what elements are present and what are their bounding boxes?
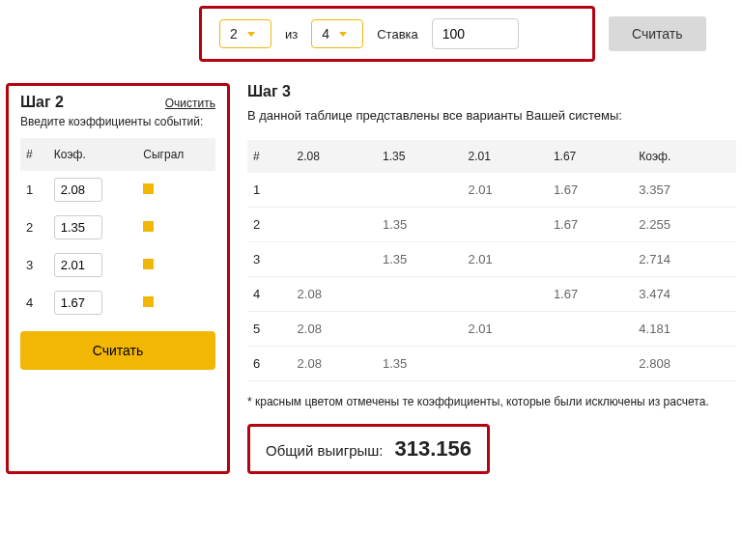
total-value: 4: [322, 26, 329, 42]
step3-subtitle: В данной таблице представлены все вариан…: [247, 108, 736, 123]
step2-panel: Шаг 2 Очистить Введите коэффициенты собы…: [6, 83, 230, 474]
row-num: 4: [20, 284, 48, 322]
col-c4: 1.67: [548, 140, 633, 173]
system-config-box: 2 из 4 Ставка: [199, 6, 595, 62]
col-c3: 2.01: [462, 140, 547, 173]
coef-input[interactable]: [54, 291, 102, 315]
coef-input[interactable]: [54, 253, 102, 277]
col-c2: 1.35: [377, 140, 462, 173]
step2-subtitle: Введите коэффициенты событий:: [20, 115, 215, 128]
of-label: из: [285, 27, 298, 42]
coef-input[interactable]: [54, 178, 102, 202]
stake-input[interactable]: [432, 18, 519, 49]
step3-title: Шаг 3: [247, 83, 736, 100]
total-value: 313.156: [394, 436, 471, 462]
table-row: 5 2.08 2.01 4.181: [247, 312, 736, 347]
total-label: Общий выигрыш:: [266, 442, 383, 459]
col-played: Сыграл: [137, 138, 215, 171]
col-coef: Коэф.: [633, 140, 736, 173]
pick-value: 2: [230, 26, 238, 42]
clear-link[interactable]: Очистить: [165, 97, 215, 110]
row-num: 3: [20, 246, 48, 284]
col-c1: 2.08: [292, 140, 377, 173]
played-checkbox[interactable]: [143, 183, 154, 194]
played-checkbox[interactable]: [143, 221, 154, 232]
played-checkbox[interactable]: [143, 296, 154, 307]
chevron-down-icon: [247, 32, 255, 37]
total-winnings-box: Общий выигрыш: 313.156: [247, 424, 490, 474]
step2-title: Шаг 2: [20, 94, 64, 111]
coef-table: # Коэф. Сыграл 1 2 3: [20, 138, 215, 322]
coef-row: 2: [20, 209, 215, 246]
row-num: 2: [20, 209, 48, 246]
table-row: 4 2.08 1.67 3.474: [247, 277, 736, 312]
calculate-button[interactable]: Считать: [20, 331, 215, 370]
row-num: 1: [20, 171, 48, 209]
table-row: 6 2.08 1.35 2.808: [247, 347, 736, 381]
col-num: #: [20, 138, 48, 171]
coef-row: 1: [20, 171, 215, 209]
played-checkbox[interactable]: [143, 259, 154, 269]
exclusion-note: * красным цветом отмечены те коэффициент…: [247, 395, 736, 408]
coef-row: 4: [20, 284, 215, 322]
table-row: 3 1.35 2.01 2.714: [247, 242, 736, 277]
table-row: 1 2.01 1.67 3.357: [247, 173, 736, 208]
coef-input[interactable]: [54, 215, 102, 239]
coef-row: 3: [20, 246, 215, 284]
calculate-top-button[interactable]: Считать: [609, 16, 706, 51]
stake-label: Ставка: [377, 27, 418, 42]
col-coef: Коэф.: [48, 138, 138, 171]
combinations-table: # 2.08 1.35 2.01 1.67 Коэф. 1 2.01 1.67 …: [247, 140, 736, 381]
col-num: #: [247, 140, 292, 173]
step3-panel: Шаг 3 В данной таблице представлены все …: [247, 83, 736, 474]
table-row: 2 1.35 1.67 2.255: [247, 208, 736, 242]
total-select[interactable]: 4: [311, 19, 363, 48]
chevron-down-icon: [339, 32, 347, 37]
pick-select[interactable]: 2: [219, 19, 271, 48]
